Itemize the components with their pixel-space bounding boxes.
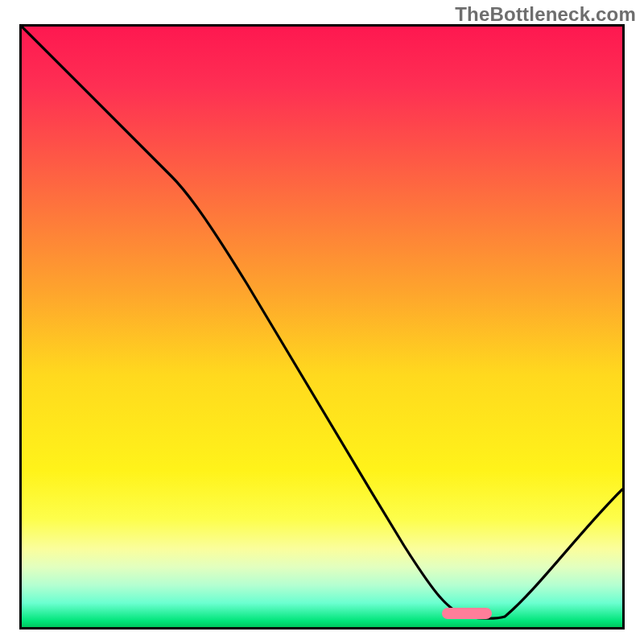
plot-area bbox=[19, 24, 625, 630]
line-curve bbox=[22, 27, 622, 627]
chart-wrapper: TheBottleneck.com bbox=[0, 0, 644, 644]
highlight-marker bbox=[442, 608, 492, 619]
watermark-label: TheBottleneck.com bbox=[455, 3, 636, 26]
